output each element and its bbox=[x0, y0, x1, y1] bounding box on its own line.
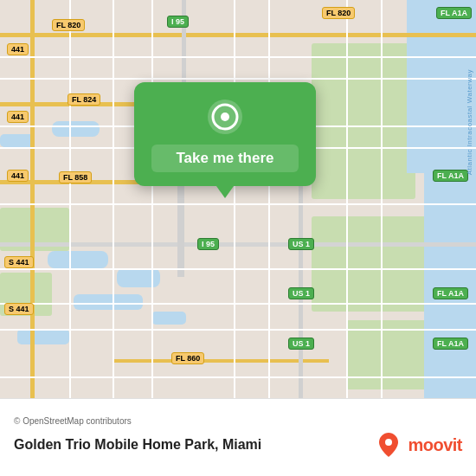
moovit-logo: moovit bbox=[375, 431, 462, 459]
shield-fla1a-top: FL A1A bbox=[436, 7, 472, 19]
map-attribution: © OpenStreetMap contributors bbox=[14, 416, 462, 426]
svg-rect-32 bbox=[0, 329, 476, 331]
shield-fla1a-2: FL A1A bbox=[433, 287, 468, 299]
take-me-there-button[interactable]: Take me there bbox=[151, 145, 299, 172]
bottom-bar: © OpenStreetMap contributors Golden Trio… bbox=[0, 398, 476, 476]
shield-fla1a-1: FL A1A bbox=[433, 170, 468, 182]
svg-rect-12 bbox=[17, 329, 69, 344]
place-city-text: Miami bbox=[222, 437, 261, 452]
moovit-text: moovit bbox=[408, 435, 462, 455]
svg-rect-26 bbox=[0, 78, 476, 80]
bottom-content: Golden Trio Mobile Home Park, Miami moov… bbox=[14, 431, 462, 459]
svg-rect-10 bbox=[117, 268, 160, 287]
shield-us1-2: US 1 bbox=[288, 287, 314, 299]
svg-rect-16 bbox=[0, 33, 476, 37]
shield-fl820-left: FL 820 bbox=[52, 19, 85, 31]
map-svg bbox=[0, 0, 476, 398]
location-pin-icon bbox=[206, 98, 244, 136]
shield-441-3: 441 bbox=[7, 170, 29, 182]
waterway-label: Atlantic Intracoastal Waterway bbox=[466, 69, 473, 175]
place-name: Golden Trio Mobile Home Park, Miami bbox=[14, 437, 261, 453]
svg-rect-19 bbox=[0, 242, 476, 247]
shield-441-2: 441 bbox=[7, 111, 29, 123]
moovit-icon bbox=[375, 431, 402, 459]
map-view: FL 820 FL 820 I 95 FL A1A 441 441 441 FL… bbox=[0, 0, 476, 398]
shield-us1-1: US 1 bbox=[288, 238, 314, 250]
place-separator: , bbox=[215, 437, 222, 452]
shield-us1-3: US 1 bbox=[288, 338, 314, 350]
svg-rect-30 bbox=[0, 268, 476, 270]
shield-441-1: 441 bbox=[7, 43, 29, 55]
svg-rect-34 bbox=[69, 0, 71, 398]
svg-rect-31 bbox=[0, 303, 476, 305]
svg-rect-36 bbox=[151, 0, 153, 398]
shield-s441-1: S 441 bbox=[4, 256, 34, 268]
svg-rect-37 bbox=[234, 0, 235, 398]
svg-rect-8 bbox=[52, 121, 100, 137]
svg-rect-9 bbox=[0, 134, 35, 147]
svg-rect-11 bbox=[48, 251, 108, 268]
map-popup: Take me there bbox=[134, 82, 316, 186]
shield-i95-mid: I 95 bbox=[197, 238, 219, 250]
shield-i95-top: I 95 bbox=[167, 16, 189, 28]
shield-fl858: FL 858 bbox=[59, 171, 92, 183]
shield-fl860: FL 860 bbox=[171, 352, 204, 364]
shield-s441-2: S 441 bbox=[4, 303, 34, 315]
svg-rect-38 bbox=[268, 0, 270, 398]
svg-rect-29 bbox=[0, 203, 476, 205]
place-name-text: Golden Trio Mobile Home Park bbox=[14, 437, 215, 452]
svg-rect-40 bbox=[381, 0, 383, 398]
svg-rect-21 bbox=[30, 0, 35, 398]
svg-point-43 bbox=[221, 113, 229, 121]
shield-fl824: FL 824 bbox=[68, 93, 100, 106]
svg-rect-25 bbox=[0, 56, 476, 58]
svg-rect-1 bbox=[312, 43, 415, 199]
shield-fl820-right: FL 820 bbox=[322, 7, 355, 19]
svg-rect-14 bbox=[74, 294, 143, 310]
svg-rect-20 bbox=[113, 359, 329, 363]
svg-rect-35 bbox=[113, 0, 114, 398]
svg-rect-15 bbox=[151, 312, 186, 325]
svg-point-44 bbox=[385, 439, 392, 446]
shield-fla1a-3: FL A1A bbox=[433, 338, 468, 350]
svg-rect-33 bbox=[0, 376, 476, 378]
svg-rect-39 bbox=[346, 0, 348, 398]
